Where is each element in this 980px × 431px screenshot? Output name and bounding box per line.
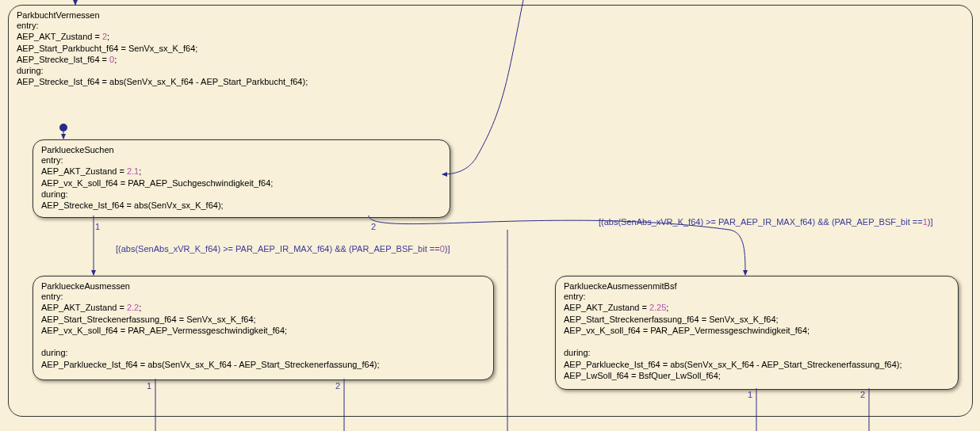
during-keyword: during: [564, 347, 950, 358]
guard-text: )] [928, 217, 933, 227]
code-text: ; [139, 166, 141, 176]
transition-priority: 2 [860, 390, 865, 399]
transition-label: [(abs(SenAbs_xVR_K_f64) >= PAR_AEP_IR_MA… [599, 217, 933, 227]
code-text: AEP_AKT_Zustand = [41, 303, 127, 312]
code-text: AEP_Strecke_Ist_f64 = [17, 55, 109, 64]
transition-label: [(abs(SenAbs_xVR_K_f64) >= PAR_AEP_IR_MA… [116, 244, 450, 254]
entry-line: AEP_vx_K_soll_f64 = PAR_AEP_Vermessgesch… [41, 325, 485, 336]
during-keyword: during: [17, 65, 964, 76]
entry-line: AEP_AKT_Zustand = 2; [17, 31, 964, 42]
code-text: AEP_AKT_Zustand = [41, 166, 127, 176]
transition-priority: 1 [748, 390, 752, 399]
state-parkluecke-ausmessen[interactable]: ParklueckeAusmessen entry: AEP_AKT_Zusta… [33, 276, 494, 380]
during-keyword: during: [41, 347, 485, 358]
entry-line: AEP_vx_K_soll_f64 = PAR_AEP_Vermessgesch… [564, 325, 950, 336]
guard-text: [(abs(SenAbs_xVR_K_f64) >= PAR_AEP_IR_MA… [116, 244, 440, 254]
entry-line: AEP_Strecke_Ist_f64 = 0; [17, 54, 964, 65]
code-text: ; [139, 303, 141, 312]
initial-state-dot [59, 124, 67, 132]
state-title: ParklueckeAusmessen [41, 281, 485, 291]
transition-priority: 1 [147, 381, 151, 391]
state-parkluecke-suchen[interactable]: ParklueckeSuchen entry: AEP_AKT_Zustand … [33, 139, 450, 218]
entry-line: AEP_vx_K_soll_f64 = PAR_AEP_Suchgeschwin… [41, 177, 442, 189]
code-text: ; [666, 303, 668, 312]
code-number: 2.25 [649, 303, 666, 312]
transition-priority: 2 [371, 222, 376, 231]
entry-line: AEP_Start_Streckenerfassung_f64 = SenVx_… [564, 314, 950, 325]
transition-priority: 2 [335, 381, 340, 391]
during-line: AEP_Strecke_Ist_f64 = abs(SenVx_sx_K_f64… [41, 200, 442, 211]
entry-keyword: entry: [564, 291, 950, 302]
guard-text: )] [445, 244, 450, 254]
entry-line: AEP_AKT_Zustand = 2.25; [564, 302, 950, 313]
entry-keyword: entry: [41, 291, 485, 302]
state-parkluecke-ausmessen-mit-bsf[interactable]: ParklueckeAusmessenmitBsf entry: AEP_AKT… [555, 276, 959, 390]
code-number: 2.2 [127, 303, 139, 312]
code-text: AEP_AKT_Zustand = [17, 32, 102, 41]
state-title: ParkbuchtVermessen [17, 10, 964, 20]
entry-line: AEP_Start_Parkbucht_f64 = SenVx_sx_K_f64… [17, 43, 964, 54]
entry-keyword: entry: [41, 154, 442, 166]
during-line: AEP_LwSoll_f64 = BsfQuer_LwSoll_f64; [564, 370, 950, 381]
during-keyword: during: [41, 189, 442, 200]
blank-line [564, 336, 950, 347]
transition-priority: 1 [95, 222, 100, 231]
blank-line [41, 336, 485, 347]
guard-text: [(abs(SenAbs_xVR_K_f64) >= PAR_AEP_IR_MA… [599, 217, 923, 227]
code-text: ; [114, 55, 117, 64]
state-title: ParklueckeSuchen [41, 145, 442, 154]
entry-keyword: entry: [17, 20, 964, 31]
state-title: ParklueckeAusmessenmitBsf [564, 281, 950, 291]
entry-line: AEP_AKT_Zustand = 2.1; [41, 166, 442, 177]
code-text: ; [107, 32, 109, 41]
code-number: 2.1 [127, 166, 139, 176]
code-text: AEP_AKT_Zustand = [564, 303, 649, 312]
entry-line: AEP_AKT_Zustand = 2.2; [41, 302, 485, 313]
during-line: AEP_Parkluecke_Ist_f64 = abs(SenVx_sx_K_… [41, 359, 485, 370]
entry-line: AEP_Start_Streckenerfassung_f64 = SenVx_… [41, 314, 485, 325]
during-line: AEP_Parkluecke_Ist_f64 = abs(SenVx_sx_K_… [564, 359, 950, 370]
during-line: AEP_Strecke_Ist_f64 = abs(SenVx_sx_K_f64… [17, 76, 964, 87]
